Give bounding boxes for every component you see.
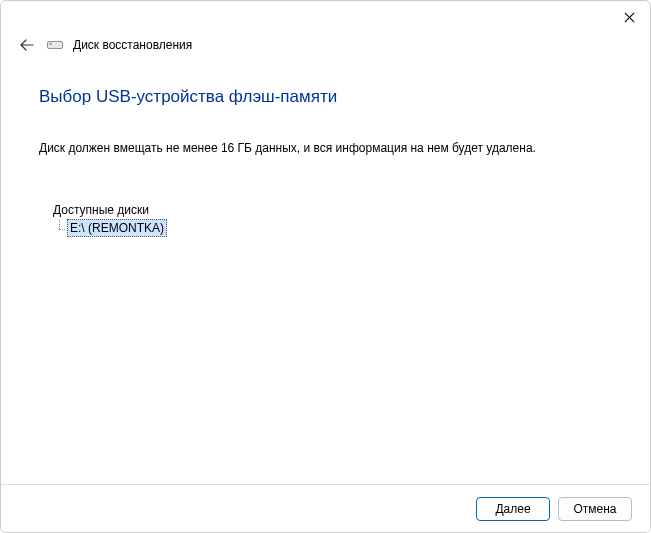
titlebar [1,1,650,31]
back-arrow-icon [19,37,35,53]
back-button[interactable] [17,35,37,55]
drive-list-item[interactable]: E:\ (REMONTKA) [53,219,650,237]
footer: Далее Отмена [1,484,650,532]
close-button[interactable] [616,5,642,29]
drives-section: Доступные диски E:\ (REMONTKA) [1,155,650,237]
drives-label: Доступные диски [53,203,650,217]
disk-icon [47,39,63,51]
drives-tree: E:\ (REMONTKA) [53,219,650,237]
header: Диск восстановления [1,31,650,55]
window-title: Диск восстановления [73,38,192,52]
tree-connector-icon [53,220,67,236]
drive-item-label: E:\ (REMONTKA) [67,219,167,237]
close-icon [624,12,635,23]
svg-rect-3 [49,43,52,45]
page-heading: Выбор USB-устройства флэш-памяти [1,55,650,107]
next-button[interactable]: Далее [476,497,550,521]
cancel-button[interactable]: Отмена [558,497,632,521]
page-subtext: Диск должен вмещать не менее 16 ГБ данны… [1,107,650,155]
